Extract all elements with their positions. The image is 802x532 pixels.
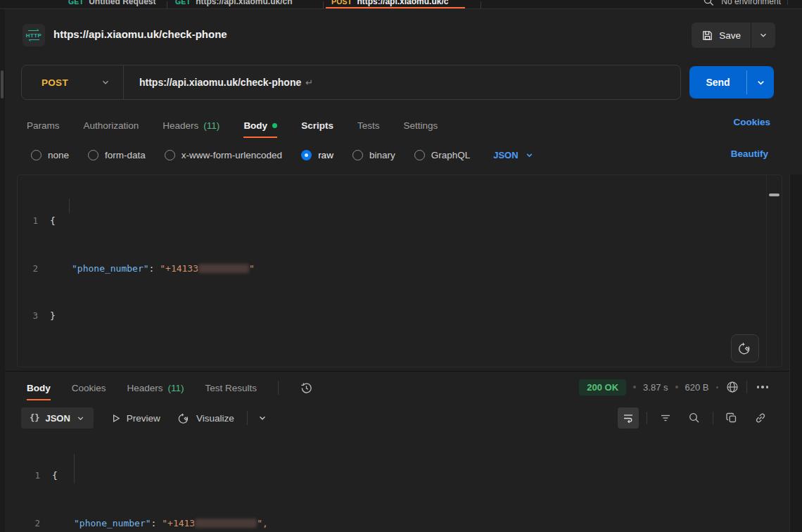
redacted-value	[195, 519, 257, 528]
save-button[interactable]: Save	[692, 23, 751, 48]
visualize-sparkle-icon	[177, 412, 191, 425]
return-glyph: ↵	[305, 77, 313, 88]
body-type-none[interactable]: none	[31, 150, 69, 160]
scrollbar-thumb[interactable]	[769, 194, 779, 196]
tab-settings[interactable]: Settings	[403, 113, 438, 138]
cookies-link[interactable]: Cookies	[733, 117, 770, 127]
wrap-text-icon	[622, 412, 635, 424]
body-type-row: none form-data x-www-form-urlencoded raw…	[31, 144, 534, 165]
right-scroll-gutter	[789, 175, 802, 532]
body-type-urlencoded[interactable]: x-www-form-urlencoded	[165, 150, 282, 160]
tab-headers[interactable]: Headers(11)	[163, 113, 219, 138]
send-split-button: Send	[689, 66, 774, 99]
indent-guide	[74, 454, 75, 483]
save-icon	[701, 30, 713, 42]
scrollbar-thumb[interactable]	[1, 70, 4, 99]
response-tab-cookies[interactable]: Cookies	[72, 375, 106, 400]
request-tabs: Params Authorization Headers(11) Body Sc…	[27, 113, 438, 138]
tab-scripts[interactable]: Scripts	[301, 113, 333, 138]
chevron-down-icon	[257, 413, 267, 423]
response-size: 620 B	[685, 382, 709, 393]
code-line: 3}	[18, 308, 765, 324]
headers-count: (11)	[203, 120, 219, 131]
radio-icon	[414, 150, 425, 160]
http-request-icon: HTTP	[23, 24, 45, 46]
save-options-button[interactable]	[751, 23, 775, 48]
response-time: 3.87 s	[643, 382, 668, 393]
response-body-viewer[interactable]: 1{ 2"phone_number": "+1413", 3"status": …	[20, 436, 774, 532]
url-bar: POST https://api.xiaomu.uk/check-phone ↵	[21, 65, 681, 100]
dot-separator	[716, 386, 718, 388]
divider	[647, 412, 647, 424]
radio-icon	[88, 150, 98, 160]
radio-icon	[31, 150, 42, 160]
preview-button[interactable]: Preview	[110, 413, 160, 424]
code-line: 2"phone_number": "+14133"	[18, 261, 765, 277]
search-response-button[interactable]	[684, 407, 705, 429]
status-badge: 200 OK	[579, 379, 626, 395]
visualize-button[interactable]: Visualize	[177, 412, 234, 425]
body-type-raw[interactable]: raw	[301, 150, 333, 160]
divider	[247, 411, 248, 425]
more-options-button[interactable]	[754, 383, 772, 391]
request-body-editor[interactable]: 1{ 2"phone_number": "+14133" 3}	[17, 175, 782, 367]
redacted-value	[198, 264, 249, 273]
workspace-tab-bar: GET Untitled Request GET https://api.xia…	[0, 0, 802, 9]
response-tab-body[interactable]: Body	[27, 375, 51, 400]
editor-scrollbar[interactable]	[766, 175, 782, 367]
body-type-graphql[interactable]: GraphQL	[414, 150, 471, 160]
divider	[278, 381, 279, 395]
body-type-form-data[interactable]: form-data	[88, 150, 146, 160]
copy-link-button[interactable]	[750, 407, 771, 429]
send-button[interactable]: Send	[689, 66, 746, 99]
http-arrows-icon	[25, 26, 43, 44]
tab-tests[interactable]: Tests	[357, 113, 380, 138]
search-icon[interactable]	[703, 0, 715, 7]
tab-divider	[323, 1, 324, 9]
chevron-down-icon	[101, 77, 110, 87]
url-input[interactable]: https://api.xiaomu.uk/check-phone ↵	[124, 77, 680, 88]
send-options-button[interactable]	[747, 66, 774, 99]
tab-body[interactable]: Body	[243, 113, 277, 138]
beautify-link[interactable]: Beautify	[731, 148, 768, 159]
radio-icon	[352, 150, 363, 160]
method-selector[interactable]: POST	[22, 77, 123, 88]
chevron-down-icon	[756, 77, 766, 88]
filter-button[interactable]	[655, 407, 676, 429]
indent-guide	[69, 198, 70, 213]
copy-response-button[interactable]	[721, 407, 742, 429]
response-toolbar: {} JSON Preview Visualize	[21, 407, 771, 429]
search-icon	[688, 412, 701, 424]
response-tab-headers[interactable]: Headers(11)	[127, 375, 184, 400]
left-scroll-gutter	[0, 9, 5, 532]
format-selector[interactable]: JSON	[493, 150, 533, 160]
code-line: 1{	[18, 213, 765, 229]
wrap-text-button[interactable]	[618, 407, 639, 429]
format-options-button[interactable]	[257, 413, 267, 423]
request-body-code: 1{ 2"phone_number": "+14133" 3}	[18, 182, 765, 356]
body-type-binary[interactable]: binary	[352, 150, 395, 160]
request-tab-get[interactable]: GET https://api.xiaomu.uk/ch	[175, 0, 293, 9]
network-globe-icon[interactable]	[725, 380, 739, 394]
response-format-selector[interactable]: {} JSON	[21, 407, 94, 429]
tab-divider	[167, 1, 167, 9]
copy-icon	[725, 412, 738, 424]
play-icon	[110, 413, 121, 424]
tab-params[interactable]: Params	[27, 113, 60, 138]
history-button[interactable]	[300, 381, 313, 395]
history-clock-icon	[300, 381, 313, 395]
dot-separator	[633, 386, 636, 388]
postbot-button[interactable]	[731, 334, 759, 362]
chevron-down-icon	[525, 151, 534, 160]
tab-authorization[interactable]: Authorization	[84, 113, 139, 138]
request-tab-untitled[interactable]: GET Untitled Request	[68, 0, 156, 9]
code-line: 1{	[20, 468, 774, 484]
environment-selector[interactable]: No environment	[721, 0, 781, 6]
response-tab-test-results[interactable]: Test Results	[205, 375, 257, 400]
code-line: 2"phone_number": "+1413",	[20, 516, 774, 532]
section-divider	[0, 371, 802, 372]
active-tab-underline	[326, 7, 465, 8]
radio-selected-icon	[301, 150, 312, 160]
postbot-sparkle-icon	[737, 341, 753, 356]
method-label: POST	[331, 0, 352, 6]
